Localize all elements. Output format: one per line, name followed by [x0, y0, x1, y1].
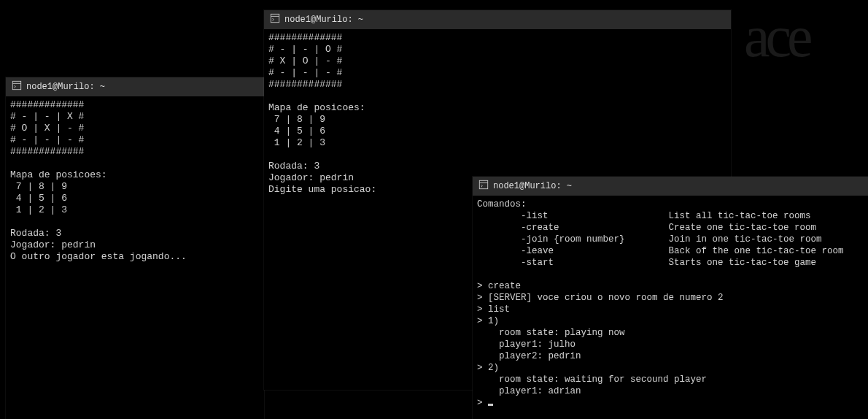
player-label: Jogador: pedrin [10, 239, 96, 250]
titlebar[interactable]: node1@Murilo: ~ [264, 10, 731, 29]
svg-rect-2 [479, 180, 487, 188]
positions-heading: Mapa de posicoes: [10, 169, 107, 180]
board-row: # - | - | - # [10, 134, 84, 145]
titlebar[interactable]: node1@Murilo: ~ [6, 77, 264, 96]
board-border: ############# [268, 32, 342, 43]
command-row: -list List all tic-tac-toe rooms [477, 211, 811, 221]
terminal-content[interactable]: ############# # - | - | O # # X | O | - … [264, 29, 731, 199]
log-line: player1: julho [477, 339, 576, 350]
svg-rect-1 [271, 14, 279, 22]
log-line: > 2) [477, 363, 499, 373]
terminal-window-left[interactable]: node1@Murilo: ~ ############# # - | - | … [6, 77, 264, 419]
board-border: ############# [10, 99, 84, 110]
prompt-line[interactable]: > [477, 398, 493, 408]
window-title: node1@Murilo: ~ [493, 181, 572, 191]
player-label: Jogador: pedrin [268, 172, 354, 183]
cursor-icon [488, 404, 493, 406]
positions-row: 1 | 2 | 3 [268, 137, 325, 148]
titlebar[interactable]: node1@Murilo: ~ [473, 177, 868, 196]
log-line: player2: pedrin [477, 351, 581, 361]
commands-heading: Comandos: [477, 199, 527, 210]
terminal-content[interactable]: ############# # - | - | X # # O | X | - … [6, 96, 264, 266]
window-title: node1@Murilo: ~ [284, 15, 363, 25]
command-row: -leave Back of the one tic-tac-toe room [477, 246, 844, 256]
terminal-content[interactable]: Comandos: -list List all tic-tac-toe roo… [473, 196, 868, 412]
board-row: # X | O | - # [268, 55, 342, 66]
svg-rect-0 [12, 81, 20, 89]
board-border: ############# [10, 146, 84, 157]
log-line: > [SERVER] voce criou o novo room de num… [477, 293, 724, 303]
window-title: node1@Murilo: ~ [26, 82, 105, 92]
board-border: ############# [268, 79, 342, 90]
positions-row: 7 | 8 | 9 [268, 114, 325, 125]
command-row: -join {room number} Join in one tic-tac-… [477, 234, 822, 245]
terminal-icon [478, 180, 489, 193]
terminal-icon [12, 80, 22, 93]
log-line: > list [477, 304, 510, 315]
positions-row: 1 | 2 | 3 [10, 204, 67, 215]
round-label: Rodada: 3 [268, 161, 319, 172]
board-row: # - | - | O # [268, 44, 342, 55]
round-label: Rodada: 3 [10, 228, 61, 239]
log-line: player1: adrian [477, 386, 581, 396]
board-row: # - | - | X # [10, 111, 84, 122]
log-line: room state: waiting for secound player [477, 374, 707, 385]
terminal-window-right[interactable]: node1@Murilo: ~ Comandos: -list List all… [473, 177, 868, 419]
positions-row: 4 | 5 | 6 [268, 126, 325, 137]
background-decoration: ace [744, 0, 868, 168]
board-row: # - | - | - # [268, 67, 342, 78]
log-line: > create [477, 281, 521, 291]
terminal-icon [270, 13, 280, 26]
positions-row: 4 | 5 | 6 [10, 193, 67, 204]
command-row: -create Create one tic-tac-toe room [477, 223, 816, 233]
board-row: # O | X | - # [10, 123, 84, 134]
status-text: O outro jogador esta jogando... [10, 251, 187, 262]
log-line: room state: playing now [477, 328, 625, 338]
positions-row: 7 | 8 | 9 [10, 181, 67, 192]
command-row: -start Starts one tic-tac-toe game [477, 258, 816, 268]
positions-heading: Mapa de posicoes: [268, 102, 365, 113]
input-prompt: Digite uma posicao: [268, 184, 376, 195]
log-line: > 1) [477, 316, 499, 326]
